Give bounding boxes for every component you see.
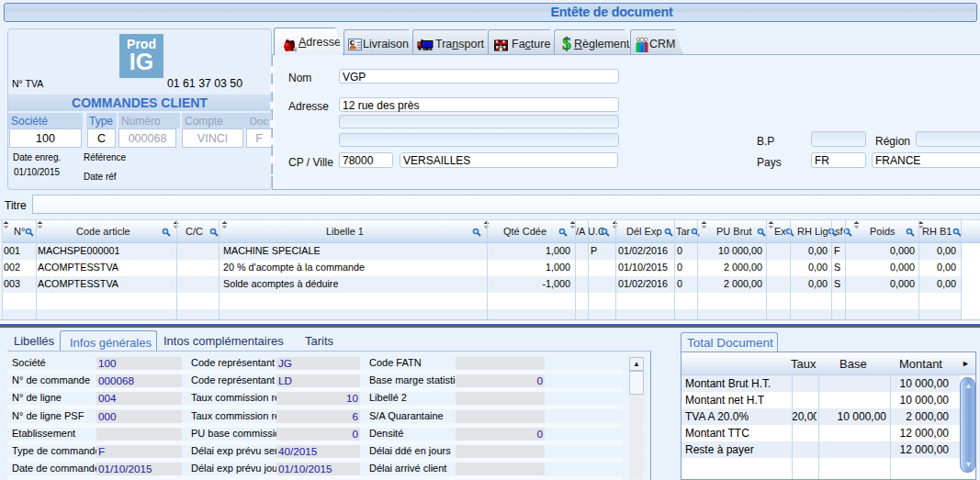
svg-text:$: $	[562, 36, 571, 52]
